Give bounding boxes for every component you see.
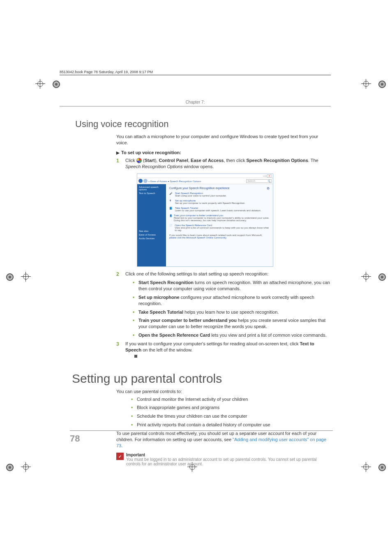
bullet-item: Open the Speech Reference Card lets you … <box>133 332 331 338</box>
procedure-steps-cont: 2 Click one of the following settings to… <box>116 271 331 359</box>
book-icon: 📘 <box>169 207 173 212</box>
card-icon: 📄 <box>169 224 173 231</box>
intro-text: You can use parental controls to: <box>116 389 331 394</box>
register-mark-icon <box>37 81 44 87</box>
triangle-right-icon: ▶ <box>116 150 120 155</box>
sidebar: Advanced speech options Text to Speech S… <box>137 184 166 266</box>
crop-mark-icon <box>378 464 386 471</box>
option-reference-card[interactable]: 📄Open the Speech Reference CardView and … <box>169 224 270 231</box>
gear-icon[interactable]: ⚙ <box>267 187 270 190</box>
procedure-heading: ▶To set up voice recognition: <box>116 150 331 155</box>
register-mark-icon <box>363 273 369 280</box>
option-tutorial[interactable]: 📘Take Speech TutorialLearn to use your c… <box>169 207 270 212</box>
step-number: 3 <box>116 341 119 347</box>
crop-mark-icon <box>53 81 60 88</box>
crop-mark-icon <box>378 273 386 281</box>
checkmark-icon: ✓ <box>116 453 124 460</box>
search-icon: 🔍 <box>267 180 270 183</box>
windows-orb-icon <box>136 158 142 163</box>
main-panel: ⚙ Configure your Speech Recognition expe… <box>166 184 273 266</box>
parental-bullets: Control and monitor the Internet activit… <box>124 396 331 428</box>
crop-mark-icon <box>6 273 14 281</box>
microphone-icon: 🎙 <box>169 199 173 204</box>
forward-button-icon[interactable] <box>143 179 148 183</box>
section-heading-voice: Using voice recognition <box>75 119 331 130</box>
sidebar-link-advanced[interactable]: Advanced speech options <box>139 186 164 191</box>
option-setup-mic[interactable]: 🎙Set up microphoneSet up your computer t… <box>169 199 270 204</box>
bullet-item: Set up microphone configures your attach… <box>133 294 331 307</box>
register-mark-icon <box>23 464 29 470</box>
option-bullets: Start Speech Recognition turns on speech… <box>125 280 331 338</box>
bullet-item: Print activity reports that contain a de… <box>131 422 331 428</box>
bullet-item: Block inappropriate games and programs <box>131 405 331 411</box>
breadcrumb[interactable]: « Ease of Access ▸ Speech Recognition Op… <box>148 180 201 183</box>
register-mark-icon <box>363 464 369 470</box>
sidebar-link-tts[interactable]: Text to Speech <box>139 192 164 194</box>
page-number: 78 <box>70 430 333 444</box>
step-number: 2 <box>116 271 119 278</box>
footer-note: If you would like to learn more about sp… <box>169 234 270 239</box>
intro-paragraph: You can attach a microphone to your comp… <box>116 134 331 146</box>
window-titlebar: – □ ✕ <box>137 174 273 178</box>
person-icon: 👤 <box>169 214 172 222</box>
book-header-line: 8513042.book Page 78 Saturday, April 19,… <box>60 70 331 75</box>
search-input[interactable]: Search 🔍 <box>246 179 272 183</box>
bullet-item: Control and monitor the Internet activit… <box>131 396 331 402</box>
register-mark-icon <box>363 81 369 87</box>
important-callout: ✓ Important You must be logged in to an … <box>116 453 331 466</box>
step-3: 3 If you want to configure your computer… <box>116 341 331 359</box>
sidebar-link-audio[interactable]: Audio Devices <box>139 237 164 240</box>
step-2: 2 Click one of the following settings to… <box>116 271 331 338</box>
end-of-procedure-icon <box>134 355 137 358</box>
important-body: You must be logged in to an administrato… <box>126 457 317 466</box>
step-number: 1 <box>116 157 119 164</box>
window-navbar: « Ease of Access ▸ Speech Recognition Op… <box>137 178 273 184</box>
close-icon[interactable]: ✕ <box>267 174 272 178</box>
option-train[interactable]: 👤Train your computer to better understan… <box>169 214 270 222</box>
sidebar-link-ease[interactable]: Ease of Access <box>139 234 164 236</box>
crop-mark-icon <box>6 464 14 471</box>
speech-recognition-options-window: – □ ✕ « Ease of Access ▸ Speech Recognit… <box>137 173 273 267</box>
back-button-icon[interactable] <box>138 179 143 183</box>
page-content: 8513042.book Page 78 Saturday, April 19,… <box>60 70 331 466</box>
register-mark-icon <box>23 273 29 280</box>
community-link[interactable]: please visit the Microsoft Speech Online… <box>169 236 226 239</box>
sidebar-link-seealso: See also <box>139 230 164 232</box>
step-1: 1 Click (Start), Control Panel, Ease of … <box>116 157 331 170</box>
important-label: Important <box>126 453 331 457</box>
option-start-speech[interactable]: 🎤Start Speech RecognitionStart using you… <box>169 192 270 197</box>
procedure-steps: 1 Click (Start), Control Panel, Ease of … <box>116 157 331 170</box>
bullet-item: Take Speech Tutorial helps you learn how… <box>133 309 331 315</box>
bullet-item: Train your computer to better understand… <box>133 317 331 330</box>
panel-heading: Configure your Speech Recognition experi… <box>169 187 270 190</box>
bullet-item: Schedule the times your children can use… <box>131 413 331 419</box>
microphone-icon: 🎤 <box>169 192 173 197</box>
bullet-item: Start Speech Recognition turns on speech… <box>133 280 331 292</box>
chapter-header: Chapter 7: <box>60 100 331 106</box>
crop-mark-icon <box>378 81 386 88</box>
section-heading-parental: Setting up parental controls <box>72 372 331 386</box>
